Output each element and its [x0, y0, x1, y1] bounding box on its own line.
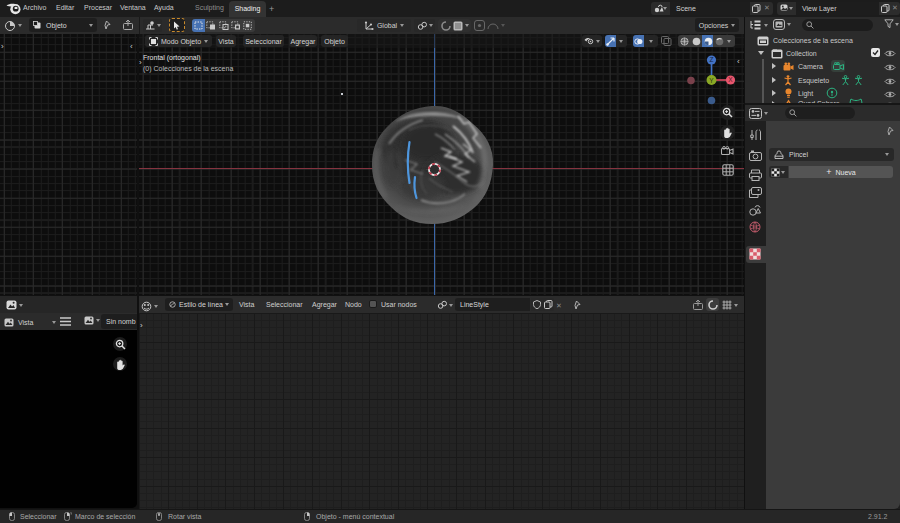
svg-text:Z: Z [710, 56, 714, 63]
svg-text:X: X [728, 76, 733, 83]
svg-text:Y: Y [709, 77, 714, 84]
